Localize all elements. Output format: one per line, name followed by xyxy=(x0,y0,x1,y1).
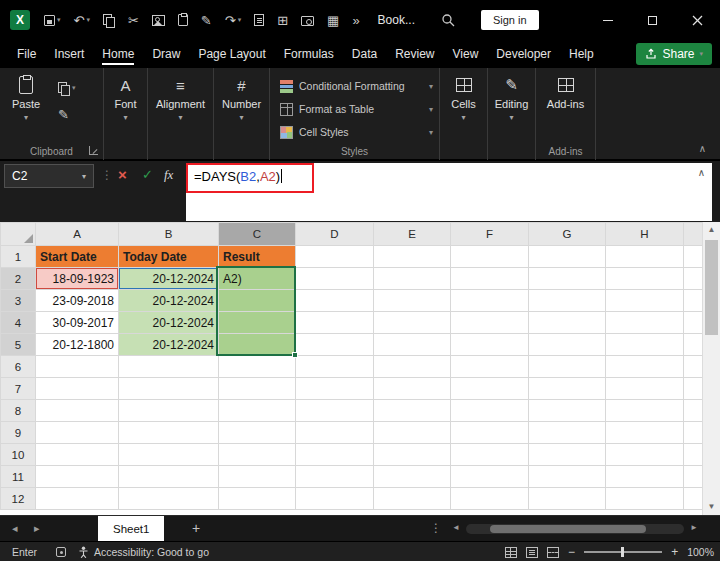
formula-input[interactable]: =DAYS(B2,A2) ∧ xyxy=(186,163,712,221)
cell-H11[interactable] xyxy=(606,466,684,488)
cell-H12[interactable] xyxy=(606,488,684,510)
cell-C10[interactable] xyxy=(219,444,296,466)
sheet-nav-left-button[interactable]: ◂ xyxy=(12,522,18,535)
cell-E10[interactable] xyxy=(374,444,451,466)
cell-F1[interactable] xyxy=(451,246,529,268)
cell-G12[interactable] xyxy=(529,488,606,510)
hscroll-right-button[interactable]: ► xyxy=(690,523,698,532)
cancel-button[interactable]: × xyxy=(118,166,127,183)
cell-G10[interactable] xyxy=(529,444,606,466)
cell-E12[interactable] xyxy=(374,488,451,510)
cell-B12[interactable] xyxy=(119,488,219,510)
draw-button[interactable]: ✎ xyxy=(201,14,212,27)
cell-B8[interactable] xyxy=(119,400,219,422)
tab-review[interactable]: Review xyxy=(386,40,443,68)
cell-C9[interactable] xyxy=(219,422,296,444)
cell-B9[interactable] xyxy=(119,422,219,444)
tab-data[interactable]: Data xyxy=(343,40,386,68)
cell-F10[interactable] xyxy=(451,444,529,466)
macro-record-button[interactable] xyxy=(56,547,66,557)
cell-E8[interactable] xyxy=(374,400,451,422)
scroll-down-button[interactable]: ▼ xyxy=(703,499,720,515)
row-header-9[interactable]: 9 xyxy=(1,422,36,444)
cell-F3[interactable] xyxy=(451,290,529,312)
cell-A11[interactable] xyxy=(36,466,119,488)
cell-G6[interactable] xyxy=(529,356,606,378)
cells-button[interactable]: Cells ▾ xyxy=(440,75,487,122)
column-header-B[interactable]: B xyxy=(119,223,219,246)
cell-F7[interactable] xyxy=(451,378,529,400)
format-as-table-button[interactable]: Format as Table ▾ xyxy=(280,99,433,119)
cell-G9[interactable] xyxy=(529,422,606,444)
cell-D2[interactable] xyxy=(296,268,374,290)
cell-B3[interactable]: 20-12-2024 xyxy=(119,290,219,312)
insert-function-button[interactable]: fx xyxy=(164,167,173,183)
zoom-slider[interactable] xyxy=(584,551,662,553)
number-button[interactable]: # Number ▾ xyxy=(214,75,269,122)
conditional-formatting-button[interactable]: Conditional Formatting ▾ xyxy=(280,76,433,96)
cell-B4[interactable]: 20-12-2024 xyxy=(119,312,219,334)
cell-F4[interactable] xyxy=(451,312,529,334)
cell-D12[interactable] xyxy=(296,488,374,510)
cell-C7[interactable] xyxy=(219,378,296,400)
tab-view[interactable]: View xyxy=(444,40,488,68)
sheet-tab-sheet1[interactable]: Sheet1 xyxy=(98,516,164,542)
cell-B2[interactable]: 20-12-2024 xyxy=(119,268,219,290)
cell-F2[interactable] xyxy=(451,268,529,290)
row-header-10[interactable]: 10 xyxy=(1,444,36,466)
cell-C3[interactable] xyxy=(219,290,296,312)
page-break-view-button[interactable] xyxy=(547,547,559,558)
cell-D8[interactable] xyxy=(296,400,374,422)
page-layout-view-button[interactable] xyxy=(526,547,538,558)
cell-A7[interactable] xyxy=(36,378,119,400)
cell-H4[interactable] xyxy=(606,312,684,334)
row-header-2[interactable]: 2 xyxy=(1,268,36,290)
row-header-8[interactable]: 8 xyxy=(1,400,36,422)
cell-G4[interactable] xyxy=(529,312,606,334)
cell-B7[interactable] xyxy=(119,378,219,400)
tab-formulas[interactable]: Formulas xyxy=(275,40,343,68)
cell-B11[interactable] xyxy=(119,466,219,488)
clipboard-dialog-launcher-icon[interactable] xyxy=(89,146,98,155)
cell-A12[interactable] xyxy=(36,488,119,510)
sheet-options-icon[interactable]: ⋮ xyxy=(430,521,442,535)
cell-E5[interactable] xyxy=(374,334,451,356)
cell-H7[interactable] xyxy=(606,378,684,400)
cell-H2[interactable] xyxy=(606,268,684,290)
cell-F6[interactable] xyxy=(451,356,529,378)
cell-D3[interactable] xyxy=(296,290,374,312)
accessibility-status[interactable]: Accessibility: Good to go xyxy=(78,546,209,558)
paste-quick-button[interactable] xyxy=(178,14,188,26)
cell-E3[interactable] xyxy=(374,290,451,312)
search-button[interactable] xyxy=(441,13,455,27)
cell-A8[interactable] xyxy=(36,400,119,422)
fill-handle[interactable] xyxy=(292,352,298,358)
scroll-up-button[interactable]: ▲ xyxy=(703,222,720,238)
row-header-6[interactable]: 6 xyxy=(1,356,36,378)
horizontal-scroll-thumb[interactable] xyxy=(490,525,646,533)
zoom-in-button[interactable]: + xyxy=(671,545,678,559)
cell-G2[interactable] xyxy=(529,268,606,290)
row-header-12[interactable]: 12 xyxy=(1,488,36,510)
row-header-11[interactable]: 11 xyxy=(1,466,36,488)
cell-F9[interactable] xyxy=(451,422,529,444)
cell-C1[interactable]: Result xyxy=(219,246,296,268)
select-all-button[interactable] xyxy=(1,223,36,246)
normal-view-button[interactable] xyxy=(505,547,517,558)
cell-C12[interactable] xyxy=(219,488,296,510)
name-box[interactable]: C2 ▾ xyxy=(4,164,94,188)
cell-H10[interactable] xyxy=(606,444,684,466)
cell-E11[interactable] xyxy=(374,466,451,488)
zoom-level[interactable]: 100% xyxy=(687,546,714,558)
row-header-4[interactable]: 4 xyxy=(1,312,36,334)
cell-H5[interactable] xyxy=(606,334,684,356)
cell-C6[interactable] xyxy=(219,356,296,378)
format-painter-button[interactable]: ✎ xyxy=(58,108,69,121)
cell-B6[interactable] xyxy=(119,356,219,378)
cell-F8[interactable] xyxy=(451,400,529,422)
collapse-ribbon-button[interactable]: ∧ xyxy=(699,143,706,154)
cell-C2[interactable]: A2) xyxy=(219,268,296,290)
tab-file[interactable]: File xyxy=(8,40,45,68)
cell-styles-button[interactable]: Cell Styles ▾ xyxy=(280,122,433,142)
formula-expand-button[interactable]: ∧ xyxy=(698,167,705,178)
